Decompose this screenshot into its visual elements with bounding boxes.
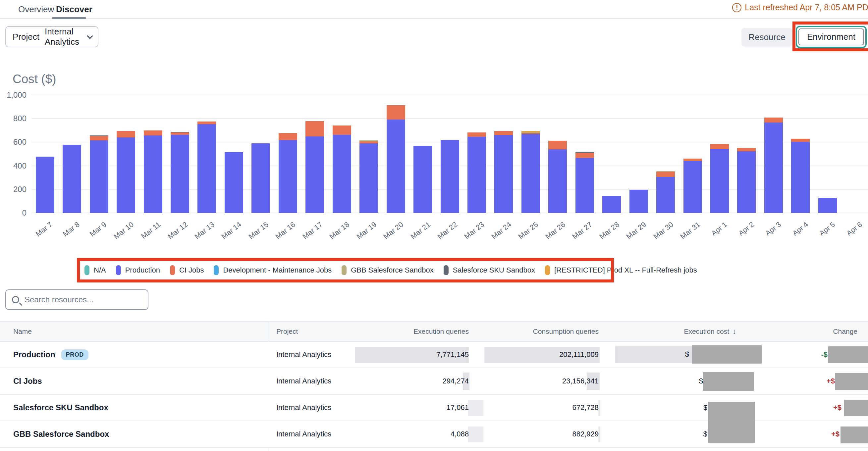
legend-item-development-maintenance-jobs[interactable]: Development - Maintenance Jobs xyxy=(214,265,332,275)
bar-segment-ci-jobs xyxy=(170,132,189,134)
project-cell: Internal Analytics xyxy=(276,395,331,421)
x-tick-label: Apr 1 xyxy=(710,220,729,238)
project-filter-dropdown[interactable]: Project Internal Analytics xyxy=(5,26,98,47)
bar-segment-ci-jobs xyxy=(764,118,783,122)
redaction-box xyxy=(840,426,868,443)
bar-segment-ci-jobs xyxy=(548,141,567,149)
x-tick-label: Mar 20 xyxy=(382,220,405,241)
consumption-queries-value: 672,728 xyxy=(572,395,599,421)
x-tick-label: Mar 22 xyxy=(436,220,459,241)
column-header-name[interactable]: Name xyxy=(13,322,32,341)
bar-segment-production xyxy=(818,198,837,213)
legend-item-gbb-salesforce-sandbox[interactable]: GBB Salesforce Sandbox xyxy=(342,265,433,275)
bar-segment-production xyxy=(522,134,540,213)
cost-currency-prefix: $ xyxy=(703,395,707,421)
table-row-production[interactable]: Production PROD Internal Analytics 7,771… xyxy=(0,342,868,368)
bar-segment-ci-jobs xyxy=(791,139,810,142)
redaction-box xyxy=(703,372,754,391)
cost-currency-prefix: $ xyxy=(699,368,703,394)
x-tick-label: Mar 9 xyxy=(88,220,108,238)
bar-segment-ci-jobs xyxy=(386,105,405,120)
legend-item-n-a[interactable]: N/A xyxy=(85,265,106,275)
chart-legend: N/AProductionCI JobsDevelopment - Mainte… xyxy=(80,261,611,280)
top-tab-bar: Overview Discover ! Last refreshed Apr 7… xyxy=(0,0,868,19)
bar-segment-production xyxy=(441,140,459,213)
tab-overview[interactable]: Overview xyxy=(18,4,54,14)
x-tick-label: Mar 19 xyxy=(355,220,378,241)
bar-segment-ci-jobs xyxy=(737,148,756,151)
bar-segment-gbb-salesforce-sandbox xyxy=(656,171,675,172)
bar-segment-production xyxy=(629,190,648,213)
column-header-consumption-queries[interactable]: Consumption queries xyxy=(533,322,599,341)
column-header-execution-queries[interactable]: Execution queries xyxy=(413,322,469,341)
bar-segment-production xyxy=(467,137,486,213)
x-tick-label: Mar 18 xyxy=(328,220,351,241)
redaction-box xyxy=(708,402,755,443)
x-tick-label: Mar 12 xyxy=(166,220,189,241)
x-tick-label: Mar 8 xyxy=(61,220,81,238)
bar-segment-ci-jobs xyxy=(90,136,108,140)
bar-segment-ci-jobs xyxy=(494,131,513,135)
column-header-change[interactable]: Change xyxy=(833,322,858,341)
bar-segment-production xyxy=(576,158,594,213)
bar-segment-production xyxy=(683,161,702,213)
legend-label: GBB Salesforce Sandbox xyxy=(351,266,433,275)
bar-segment-production xyxy=(494,135,513,213)
last-refreshed-text: Last refreshed Apr 7, 8:05 AM PDT xyxy=(745,3,868,12)
environment-toggle-button[interactable]: Environment xyxy=(796,26,867,48)
search-icon xyxy=(12,296,19,303)
gridline xyxy=(31,95,868,95)
prod-badge: PROD xyxy=(61,349,89,360)
bar-segment-ci-jobs xyxy=(279,133,297,140)
bar-segment-production xyxy=(791,142,810,213)
x-tick-label: Apr 6 xyxy=(845,220,864,238)
execution-cost-label: Execution cost xyxy=(684,327,729,335)
bar-segment-production xyxy=(170,135,189,213)
x-tick-label: Mar 27 xyxy=(571,220,594,241)
x-tick-label: Mar 28 xyxy=(598,220,621,241)
chevron-down-icon xyxy=(87,33,93,39)
search-input[interactable] xyxy=(25,295,142,304)
bar-segment-production xyxy=(602,196,621,213)
legend-color-chip xyxy=(116,265,121,275)
table-header: Name Project Execution queries Consumpti… xyxy=(0,321,868,342)
x-tick-label: Mar 11 xyxy=(140,220,162,241)
redaction-box xyxy=(828,346,868,363)
legend-label: Salesforce SKU Sandbox xyxy=(453,266,535,275)
x-tick-label: Mar 29 xyxy=(625,220,648,241)
legend-item-ci-jobs[interactable]: CI Jobs xyxy=(170,265,204,275)
resource-name-text: CI Jobs xyxy=(13,377,42,386)
cost-dashboard: Overview Discover ! Last refreshed Apr 7… xyxy=(0,0,868,451)
legend-item--restricted-prod-xl-full-refresh-jobs[interactable]: [RESTRICTED] Prod XL -- Full-Refresh job… xyxy=(545,265,697,275)
column-header-project[interactable]: Project xyxy=(276,322,298,341)
legend-label: [RESTRICTED] Prod XL -- Full-Refresh job… xyxy=(554,266,697,275)
bar-segment-production xyxy=(279,140,297,213)
resource-toggle-button[interactable]: Resource xyxy=(741,28,793,47)
tab-discover[interactable]: Discover xyxy=(56,4,92,14)
bar-segment-ci-jobs xyxy=(144,130,162,135)
x-tick-label: Mar 15 xyxy=(247,220,270,241)
cost-currency-prefix: $ xyxy=(685,350,689,359)
gridline xyxy=(31,118,868,119)
execution-queries-value: 4,088 xyxy=(451,421,469,447)
bar-segment-production xyxy=(90,140,108,213)
bar-segment-salesforce-sku-sandbox xyxy=(90,135,108,136)
bar-segment-ci-jobs xyxy=(117,131,135,137)
legend-label: CI Jobs xyxy=(179,266,204,275)
legend-item-salesforce-sku-sandbox[interactable]: Salesforce SKU Sandbox xyxy=(444,265,535,275)
change-prefix: +$ xyxy=(833,395,841,421)
consumption-queries-value: 23,156,341 xyxy=(562,368,599,394)
bar-segment-production xyxy=(36,157,54,213)
legend-item-production[interactable]: Production xyxy=(116,265,160,275)
x-tick-label: Apr 2 xyxy=(737,220,756,238)
cost-bar-chart xyxy=(0,95,868,213)
resource-name-text: GBB Salesforce Sandbox xyxy=(13,429,109,439)
redaction-box xyxy=(844,400,868,416)
x-tick-label: Mar 23 xyxy=(463,220,486,241)
bar-segment-ci-jobs xyxy=(522,133,540,134)
legend-label: Development - Maintenance Jobs xyxy=(223,266,332,275)
bar-segment-salesforce-sku-sandbox xyxy=(576,152,594,153)
x-tick-label: Apr 4 xyxy=(791,220,810,238)
column-header-execution-cost[interactable]: Execution cost ↓ xyxy=(684,322,736,341)
table-row-ci-jobs[interactable]: CI Jobs Internal Analytics 294,274 23,15… xyxy=(0,368,868,395)
